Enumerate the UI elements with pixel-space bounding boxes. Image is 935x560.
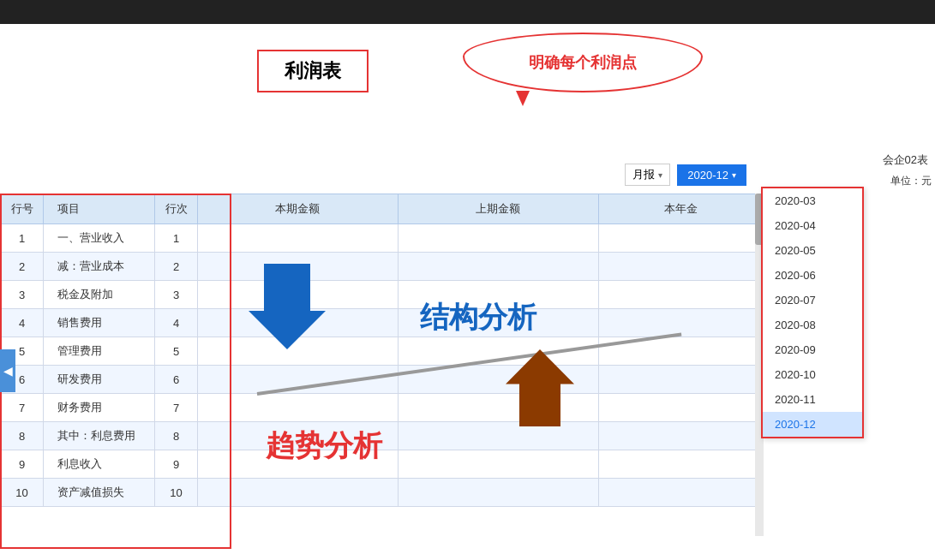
cell-name: 一、营业收入 — [44, 224, 155, 253]
col-header-current: 本期金额 — [198, 194, 399, 224]
cell-current — [198, 224, 399, 253]
trend-analysis-label: 趋势分析 — [266, 426, 382, 466]
unit-label: 单位：元 — [890, 174, 932, 188]
cell-name: 财务费用 — [44, 394, 155, 422]
cell-order: 7 — [155, 394, 198, 422]
dropdown-item-2020-09[interactable]: 2020-09 — [763, 337, 862, 362]
cell-order: 8 — [155, 422, 198, 450]
left-tab-arrow-icon: ◀ — [3, 364, 13, 378]
cell-year — [598, 450, 763, 479]
cell-year — [598, 281, 763, 309]
period-chevron-icon: ▾ — [658, 170, 662, 180]
cell-current — [198, 479, 399, 507]
cell-last — [398, 253, 598, 281]
cell-name: 减：营业成本 — [44, 253, 155, 281]
date-label: 2020-12 — [687, 169, 728, 182]
cell-id: 1 — [1, 224, 44, 253]
left-tab[interactable]: ◀ — [0, 349, 15, 392]
cell-name: 利息收入 — [44, 450, 155, 479]
cell-name: 税金及附加 — [44, 281, 155, 309]
callout-text: 明确每个利润点 — [529, 52, 637, 73]
cell-order: 5 — [155, 337, 198, 366]
table-row: 5 管理费用 5 — [1, 337, 764, 366]
period-select[interactable]: 月报 ▾ — [625, 164, 670, 186]
callout-bubble: 明确每个利润点 — [463, 33, 703, 92]
table-row: 10 资产减值损失 10 — [1, 479, 764, 507]
structure-analysis-label: 结构分析 — [420, 298, 536, 337]
cell-year — [598, 394, 763, 422]
cell-id: 3 — [1, 281, 44, 309]
date-chevron-icon: ▾ — [732, 170, 736, 180]
cell-id: 8 — [1, 422, 44, 450]
company-code-label: 会企02表 — [876, 151, 935, 170]
date-select-button[interactable]: 2020-12 ▾ — [677, 164, 746, 186]
cell-id: 7 — [1, 394, 44, 422]
cell-id: 2 — [1, 253, 44, 281]
cell-name: 资产减值损失 — [44, 479, 155, 507]
dropdown-item-2020-06[interactable]: 2020-06 — [763, 263, 862, 288]
cell-order: 6 — [155, 366, 198, 394]
cell-order: 9 — [155, 450, 198, 479]
title-box: 利润表 — [257, 50, 369, 92]
cell-order: 2 — [155, 253, 198, 281]
table-row: 1 一、营业收入 1 — [1, 224, 764, 253]
cell-id: 9 — [1, 450, 44, 479]
cell-order: 3 — [155, 281, 198, 309]
dropdown-item-2020-12[interactable]: 2020-12 — [763, 412, 862, 437]
title-text: 利润表 — [285, 60, 341, 81]
cell-order: 4 — [155, 309, 198, 337]
date-dropdown: 2020-03 2020-04 2020-05 2020-06 2020-07 … — [761, 187, 864, 438]
col-header-id: 行号 — [1, 194, 44, 224]
dropdown-item-2020-04[interactable]: 2020-04 — [763, 213, 862, 238]
table-row: 2 减：营业成本 2 — [1, 253, 764, 281]
cell-last — [398, 422, 598, 450]
cell-current — [198, 394, 399, 422]
table-row: 3 税金及附加 3 — [1, 281, 764, 309]
cell-name: 其中：利息费用 — [44, 422, 155, 450]
cell-name: 销售费用 — [44, 309, 155, 337]
cell-year — [598, 366, 763, 394]
col-header-name: 项目 — [44, 194, 155, 224]
cell-last — [398, 224, 598, 253]
cell-name: 研发费用 — [44, 366, 155, 394]
col-header-last: 上期金额 — [398, 194, 598, 224]
cell-year — [598, 479, 763, 507]
cell-order: 10 — [155, 479, 198, 507]
dropdown-item-2020-05[interactable]: 2020-05 — [763, 238, 862, 263]
cell-id: 4 — [1, 309, 44, 337]
main-content: 明确每个利润点 利润表 会企02表 月报 ▾ 2020-12 ▾ 单位：元 20… — [0, 24, 935, 560]
controls-row: 月报 ▾ 2020-12 ▾ — [625, 164, 746, 186]
cell-last — [398, 450, 598, 479]
dropdown-item-2020-03[interactable]: 2020-03 — [763, 188, 862, 213]
period-label: 月报 — [632, 167, 655, 182]
table-row: 6 研发费用 6 — [1, 366, 764, 394]
cell-order: 1 — [155, 224, 198, 253]
col-header-order: 行次 — [155, 194, 198, 224]
cell-year — [598, 224, 763, 253]
cell-id: 10 — [1, 479, 44, 507]
table-row: 7 财务费用 7 — [1, 394, 764, 422]
table-row: 4 销售费用 4 — [1, 309, 764, 337]
cell-current — [198, 337, 399, 366]
cell-year — [598, 253, 763, 281]
dropdown-item-2020-07[interactable]: 2020-07 — [763, 288, 862, 313]
dropdown-item-2020-10[interactable]: 2020-10 — [763, 362, 862, 387]
dropdown-item-2020-11[interactable]: 2020-11 — [763, 387, 862, 412]
col-header-year: 本年金 — [598, 194, 763, 224]
cell-year — [598, 422, 763, 450]
cell-last — [398, 394, 598, 422]
top-bar — [0, 0, 935, 24]
cell-name: 管理费用 — [44, 337, 155, 366]
cell-last — [398, 479, 598, 507]
dropdown-item-2020-08[interactable]: 2020-08 — [763, 313, 862, 337]
